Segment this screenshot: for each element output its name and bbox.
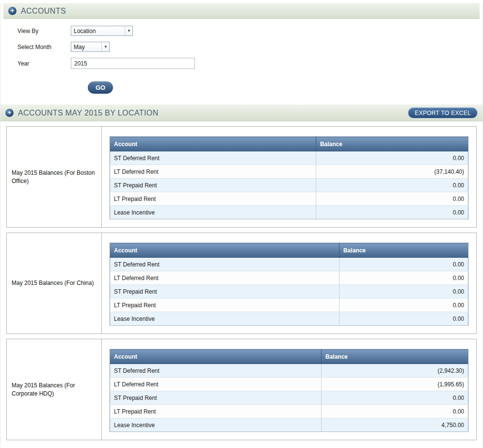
balance-cell: (37,140.40) <box>316 165 468 179</box>
balances-table: Account Balance ST Deferred Rent0.00LT D… <box>110 136 468 219</box>
select-month-row: Select Month May ▼ <box>17 42 483 52</box>
results-section-header: + ACCOUNTS MAY 2015 BY LOCATION EXPORT T… <box>0 104 483 121</box>
results-section-title: ACCOUNTS MAY 2015 BY LOCATION <box>18 109 159 117</box>
select-month-label: Select Month <box>17 44 71 50</box>
table-row: LT Deferred Rent0.00 <box>110 271 468 285</box>
balance-cell: 0.00 <box>316 179 468 192</box>
table-header-row: Account Balance <box>110 243 468 258</box>
panel-title: May 2015 Balances (For China) <box>7 233 102 333</box>
balance-cell: 0.00 <box>322 391 468 405</box>
table-row: Lease Incentive4,750.00 <box>110 418 468 432</box>
table-header-row: Account Balance <box>110 349 468 364</box>
balance-cell: 0.00 <box>316 192 468 206</box>
table-row: ST Deferred Rent0.00 <box>110 151 468 165</box>
column-header-account: Account <box>110 349 322 364</box>
account-cell: Lease Incentive <box>110 418 322 432</box>
panel-table-area: Account Balance ST Deferred Rent(2,942.3… <box>102 339 476 440</box>
table-row: LT Prepaid Rent0.00 <box>110 299 468 312</box>
column-header-account: Account <box>110 137 316 151</box>
view-by-row: View By Location ▼ <box>17 26 483 36</box>
table-row: Lease Incentive0.00 <box>110 312 468 326</box>
accounts-section-title: ACCOUNTS <box>21 7 66 16</box>
page: + ACCOUNTS View By Location ▼ Select Mon… <box>0 3 483 448</box>
balance-panel: May 2015 Balances (For China) Account Ba… <box>6 232 477 334</box>
table-header-row: Account Balance <box>110 137 468 151</box>
chevron-down-icon: ▼ <box>125 26 131 35</box>
accounts-filter-form: View By Location ▼ Select Month May ▼ Ye… <box>0 19 483 94</box>
table-row: ST Prepaid Rent0.00 <box>110 391 468 405</box>
go-button[interactable]: GO <box>88 82 113 94</box>
panel-table-area: Account Balance ST Deferred Rent0.00LT D… <box>102 127 476 227</box>
accounts-section-header: + ACCOUNTS <box>3 3 480 19</box>
balance-panel: May 2015 Balances (For Boston Office) Ac… <box>6 126 477 228</box>
account-cell: ST Deferred Rent <box>110 258 339 271</box>
balance-cell: 0.00 <box>339 258 468 271</box>
table-row: LT Prepaid Rent0.00 <box>110 192 468 206</box>
table-row: ST Prepaid Rent0.00 <box>110 285 468 299</box>
account-cell: ST Deferred Rent <box>110 151 316 165</box>
balance-cell: 0.00 <box>339 285 468 299</box>
account-cell: LT Deferred Rent <box>110 271 339 285</box>
balance-cell: 0.00 <box>339 312 468 326</box>
table-row: ST Prepaid Rent0.00 <box>110 179 468 192</box>
balance-cell: (2,942.30) <box>322 364 468 378</box>
column-header-account: Account <box>110 243 339 258</box>
balance-cell: 4,750.00 <box>322 418 468 432</box>
view-by-label: View By <box>17 28 71 34</box>
export-to-excel-button[interactable]: EXPORT TO EXCEL <box>408 107 478 118</box>
balance-cell: 0.00 <box>316 151 468 165</box>
balance-cell: 0.00 <box>339 299 468 312</box>
balance-cell: (1,995.65) <box>322 378 468 391</box>
table-row: ST Deferred Rent0.00 <box>110 258 468 271</box>
account-cell: LT Deferred Rent <box>110 165 316 179</box>
table-body: ST Deferred Rent0.00LT Deferred Rent0.00… <box>110 258 468 326</box>
view-by-select[interactable]: Location ▼ <box>71 26 133 36</box>
table-row: LT Prepaid Rent0.00 <box>110 405 468 418</box>
column-header-balance: Balance <box>339 243 468 258</box>
year-input[interactable] <box>71 58 195 69</box>
table-row: ST Deferred Rent(2,942.30) <box>110 364 468 378</box>
account-cell: LT Deferred Rent <box>110 378 322 391</box>
account-cell: Lease Incentive <box>110 312 339 326</box>
table-row: LT Deferred Rent(1,995.65) <box>110 378 468 391</box>
balance-panel: May 2015 Balances (For Corporate HDQ) Ac… <box>6 339 477 440</box>
month-select[interactable]: May ▼ <box>71 42 110 52</box>
account-cell: ST Prepaid Rent <box>110 179 316 192</box>
balance-cell: 0.00 <box>339 271 468 285</box>
table-row: LT Deferred Rent(37,140.40) <box>110 165 468 179</box>
panel-title: May 2015 Balances (For Boston Office) <box>7 127 102 227</box>
view-by-selected-value: Location <box>74 28 96 34</box>
account-cell: LT Prepaid Rent <box>110 299 339 312</box>
year-label: Year <box>17 60 71 67</box>
panels-container: May 2015 Balances (For Boston Office) Ac… <box>0 121 483 440</box>
balance-cell: 0.00 <box>316 206 468 219</box>
balances-table: Account Balance ST Deferred Rent(2,942.3… <box>110 349 468 432</box>
chevron-down-icon: ▼ <box>101 42 108 51</box>
account-cell: Lease Incentive <box>110 206 316 219</box>
table-row: Lease Incentive0.00 <box>110 206 468 219</box>
month-selected-value: May <box>74 44 85 50</box>
account-cell: LT Prepaid Rent <box>110 405 322 418</box>
balances-table: Account Balance ST Deferred Rent0.00LT D… <box>110 243 468 326</box>
column-header-balance: Balance <box>322 349 468 364</box>
account-cell: LT Prepaid Rent <box>110 192 316 206</box>
table-body: ST Deferred Rent0.00LT Deferred Rent(37,… <box>110 151 468 219</box>
account-cell: ST Deferred Rent <box>110 364 322 378</box>
year-row: Year <box>17 58 483 69</box>
account-cell: ST Prepaid Rent <box>110 391 322 405</box>
account-cell: ST Prepaid Rent <box>110 285 339 299</box>
panel-title: May 2015 Balances (For Corporate HDQ) <box>7 339 102 440</box>
panel-table-area: Account Balance ST Deferred Rent0.00LT D… <box>102 233 476 333</box>
table-body: ST Deferred Rent(2,942.30)LT Deferred Re… <box>110 364 468 432</box>
column-header-balance: Balance <box>316 137 468 151</box>
balance-cell: 0.00 <box>322 405 468 418</box>
expand-accounts-icon[interactable]: + <box>8 7 16 15</box>
expand-results-icon[interactable]: + <box>5 109 14 117</box>
